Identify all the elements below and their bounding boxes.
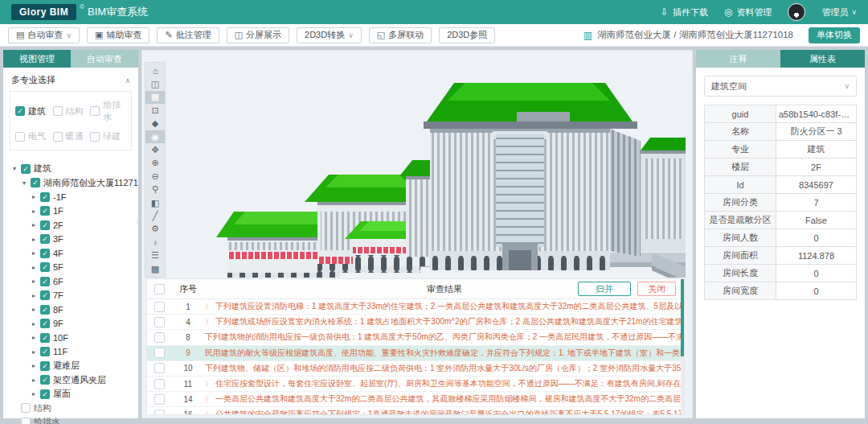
checkbox-checked-icon[interactable]: ✓ — [40, 333, 50, 343]
result-row[interactable]: 8下列建筑物的消防用电应按一级负荷供电：1 建筑高度大于50m的乙、丙类厂房和丙… — [147, 330, 684, 345]
building-3d-model[interactable] — [171, 54, 686, 278]
tree-node--1F[interactable]: ▸✓-1F — [3, 190, 138, 204]
discipline-checkbox-绿建[interactable]: 绿建 — [90, 130, 126, 142]
expand-arrow-icon[interactable]: ▸ — [31, 264, 37, 271]
avatar[interactable] — [788, 3, 805, 21]
row-checkbox[interactable] — [154, 410, 165, 415]
checkbox-checked-icon[interactable]: ✓ — [40, 262, 50, 272]
discipline-checkbox-建筑[interactable]: ✓建筑 — [15, 99, 51, 123]
result-row[interactable]: 1〉下列建筑应设置消防电梯：1 建筑高度大于33m的住宅建筑；2 一类高层公共建… — [147, 299, 684, 315]
multi-screen-link-button[interactable]: ◱多屏联动 — [369, 27, 432, 43]
expand-arrow-icon[interactable]: ▸ — [31, 278, 37, 285]
single-switch-button[interactable]: 单体切换 — [809, 27, 860, 43]
checkbox-checked-icon[interactable]: ✓ — [40, 319, 50, 328]
checkbox-icon[interactable] — [90, 106, 100, 116]
result-row[interactable]: 10下列建筑物、储罐（区）和堆场的消防用电应按二级负荷供电：1 室外消防用水量大… — [147, 361, 684, 377]
expand-arrow-icon[interactable]: ▸ — [31, 390, 37, 397]
checkbox-icon[interactable] — [53, 106, 63, 116]
checkbox-checked-icon[interactable]: ✓ — [15, 106, 25, 116]
expand-arrow-icon[interactable]: 〉 — [205, 380, 212, 388]
checkbox-checked-icon[interactable]: ✓ — [40, 234, 50, 244]
select-all-checkbox[interactable] — [154, 284, 165, 294]
close-button[interactable]: 关闭 — [637, 282, 676, 296]
row-checkbox[interactable] — [154, 317, 165, 327]
row-checkbox[interactable] — [154, 302, 165, 312]
checkbox-checked-icon[interactable]: ✓ — [40, 389, 50, 399]
checkbox-checked-icon[interactable]: ✓ — [21, 164, 31, 174]
checkbox-checked-icon[interactable]: ✓ — [40, 361, 50, 371]
expand-arrow-icon[interactable]: ▸ — [31, 221, 37, 228]
discipline-checkbox-给排水[interactable]: 给排水 — [90, 99, 126, 123]
settings-icon[interactable]: ⚙ — [145, 223, 165, 236]
tree-node-湖南师范创业大厦11271018_c5[interactable]: ▾✓湖南师范创业大厦11271018_c5 — [3, 176, 138, 191]
expand-arrow-icon[interactable]: ▸ — [31, 320, 37, 327]
grid-view-icon[interactable]: ▦ — [145, 91, 165, 104]
orbit-icon[interactable]: ◉ — [145, 130, 165, 143]
expand-arrow-icon[interactable]: ▸ — [31, 236, 37, 243]
row-checkbox[interactable] — [154, 379, 165, 389]
checkbox-icon[interactable] — [15, 132, 25, 142]
paint-icon[interactable]: ◆ — [145, 117, 165, 130]
tree-node-9F[interactable]: ▸✓9F — [3, 317, 138, 331]
tab-auto-review[interactable]: 自动审查 — [71, 50, 138, 68]
plugin-download-link[interactable]: ⇩ 插件下载 — [661, 6, 708, 19]
assist-review-button[interactable]: ▣辅助审查 — [87, 27, 149, 43]
tree-node-4F[interactable]: ▸✓4F — [3, 246, 138, 261]
tree-node-屋面[interactable]: ▸✓屋面 — [3, 387, 138, 401]
tree-node-5F[interactable]: ▸✓5F — [3, 261, 138, 275]
expand-arrow-icon[interactable]: ▸ — [31, 208, 37, 215]
checkbox-checked-icon[interactable]: ✓ — [40, 347, 50, 356]
list-icon[interactable]: ☰ — [145, 249, 165, 261]
tree-node-1F[interactable]: ▸✓1F — [3, 204, 138, 219]
user-menu[interactable]: 管理员 ∨ — [821, 6, 857, 19]
result-row[interactable]: 4〉下列建筑或场所应设置室内消火栓系统：1 建筑占地面积大于300m^2的厂房和… — [147, 315, 684, 330]
data-management-link[interactable]: ◎ 资料管理 — [724, 6, 772, 19]
tree-node-避难层[interactable]: ▸✓避难层 — [3, 359, 138, 373]
checkbox-checked-icon[interactable]: ✓ — [40, 290, 50, 300]
checkbox-icon[interactable] — [90, 132, 100, 142]
checkbox-checked-icon[interactable]: ✓ — [40, 277, 50, 286]
tree-node-7F[interactable]: ▸✓7F — [3, 289, 138, 303]
expand-arrow-icon[interactable]: 〉 — [205, 410, 212, 415]
checkbox-checked-icon[interactable]: ✓ — [40, 305, 50, 315]
annotation-manage-button[interactable]: ✎批注管理 — [157, 27, 219, 43]
checkbox-icon[interactable] — [21, 418, 31, 424]
results-scrollbar[interactable] — [681, 279, 684, 414]
result-row[interactable]: 9民用建筑的耐火等级应根据建筑高度、使用功能、重要性和火灾扑救难度确定，并应符合… — [147, 346, 684, 361]
results-scrollbar-thumb[interactable] — [681, 279, 684, 356]
expand-arrow-icon[interactable]: ▸ — [31, 334, 37, 341]
tree-node-6F[interactable]: ▸✓6F — [3, 274, 138, 289]
home-icon[interactable]: ⌂ — [145, 64, 165, 77]
tree-node-给排水[interactable]: 给排水 — [3, 415, 138, 424]
panel-resize-handle[interactable]: ⁞ — [136, 220, 137, 223]
expand-arrow-icon[interactable]: ▸ — [31, 306, 37, 313]
expand-arrow-icon[interactable]: ▸ — [31, 249, 37, 257]
row-checkbox[interactable] — [154, 348, 165, 358]
auto-review-button[interactable]: ▤自动审查∨ — [8, 27, 80, 43]
tree-node-8F[interactable]: ▸✓8F — [3, 303, 138, 317]
expand-arrow-icon[interactable]: ▾ — [11, 165, 18, 172]
pan-icon[interactable]: ✥ — [145, 143, 165, 156]
tree-node-3F[interactable]: ▸✓3F — [3, 233, 138, 247]
checkbox-checked-icon[interactable]: ✓ — [40, 192, 50, 202]
category-select[interactable]: 建筑空间 ∨ — [704, 76, 857, 97]
tree-node-架空通风夹层[interactable]: ▸✓架空通风夹层 — [3, 373, 138, 388]
discipline-checkbox-电气[interactable]: 电气 — [15, 130, 51, 142]
expand-arrow-icon[interactable]: ▸ — [31, 362, 37, 369]
expand-arrow-icon[interactable]: ▸ — [31, 292, 37, 299]
2d3d-reference-button[interactable]: 2D3D参照 — [439, 27, 495, 43]
checkbox-checked-icon[interactable]: ✓ — [40, 220, 50, 230]
checkbox-icon[interactable] — [21, 403, 31, 413]
row-checkbox[interactable] — [154, 363, 165, 373]
fit-view-icon[interactable]: ⊡ — [145, 104, 165, 117]
tab-view-management[interactable]: 视图管理 — [3, 50, 71, 68]
result-row[interactable]: 14〉一类高层公共建筑和建筑高度大于32m的二类高层公共建筑，其疏散楼梯应采用防… — [147, 392, 684, 407]
2d3d-convert-button[interactable]: 2D3D转换∨ — [297, 27, 362, 43]
zoom-out-icon[interactable]: ⊖ — [145, 170, 165, 183]
expand-arrow-icon[interactable]: 〉 — [205, 303, 212, 311]
merge-button[interactable]: 归并 — [578, 282, 631, 296]
tab-annotation[interactable]: 注释 — [696, 50, 780, 68]
discipline-checkbox-结构[interactable]: 结构 — [53, 99, 89, 123]
tree-node-结构[interactable]: 结构 — [3, 401, 138, 416]
tree-node-10F[interactable]: ▸✓10F — [3, 331, 138, 345]
